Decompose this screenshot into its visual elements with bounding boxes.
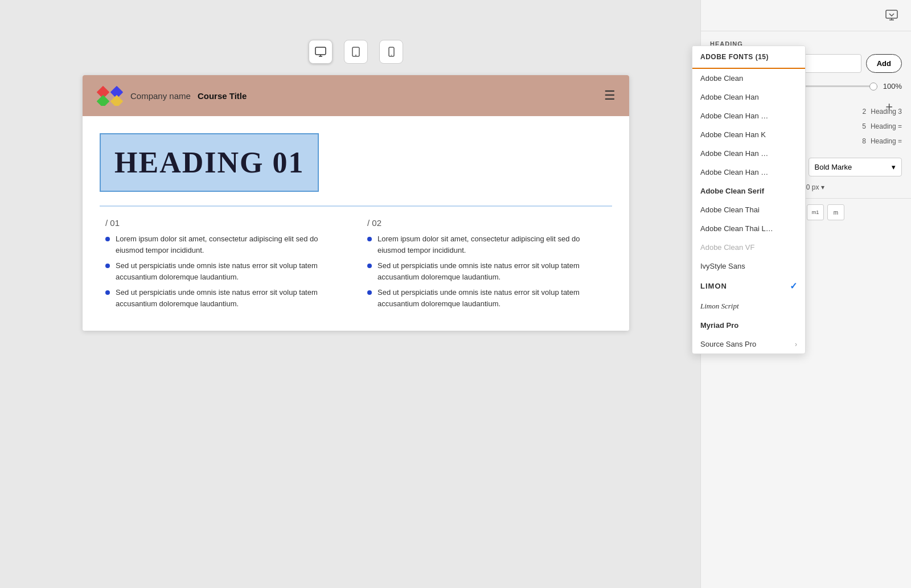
font-style-chevron: ▾: [892, 163, 896, 171]
list-item: Lorem ipsum dolor sit amet, consectetur …: [367, 233, 606, 256]
dropdown-item-myriad-pro[interactable]: Myriad Pro: [692, 316, 805, 335]
dropdown-item-label: Adobe Clean Han …: [700, 149, 768, 158]
heading-number-3: 8: [862, 137, 866, 145]
dropdown-header: ADOBE FONTS (15): [692, 46, 805, 69]
dropdown-item-adobe-clean-han-1[interactable]: Adobe Clean Han: [692, 88, 805, 106]
heading-number-1: 2: [863, 108, 867, 116]
opacity-thumb: [869, 83, 877, 91]
course-preview: Company name Course Title ☰ HEADING 01 /…: [83, 75, 629, 331]
check-icon: ✓: [790, 281, 797, 291]
monitor-icon-button[interactable]: [881, 5, 902, 26]
tablet-view-button[interactable]: [344, 40, 368, 64]
dropdown-item-adobe-clean-vf: Adobe Clean VF: [692, 238, 805, 257]
dropdown-item-label: Adobe Clean Han …: [700, 112, 768, 120]
font-style-value: Bold Marke: [815, 163, 852, 171]
list-item: Lorem ipsum dolor sit amet, consectetur …: [105, 233, 344, 256]
dropdown-item-label: Adobe Clean Thai L…: [700, 224, 773, 233]
dropdown-item-label: Adobe Clean VF: [700, 243, 754, 252]
list-item: Sed ut perspiciatis unde omnis iste natu…: [105, 287, 344, 309]
arrow-right-icon: ›: [795, 340, 797, 348]
content-col-2: / 02 Lorem ipsum dolor sit amet, consect…: [367, 218, 606, 314]
toolbar-btn-6[interactable]: m: [827, 204, 844, 220]
heading-number-2: 5: [862, 122, 866, 130]
dropdown-item-label: Adobe Clean Serif: [700, 187, 764, 195]
col-2-number: / 02: [367, 218, 606, 228]
canvas-area: Company name Course Title ☰ HEADING 01 /…: [17, 34, 695, 554]
heading-tag-3: Heading =: [871, 137, 902, 145]
course-header-left: Company name Course Title: [96, 85, 247, 106]
heading-text: HEADING 01: [114, 146, 304, 179]
dropdown-item-adobe-clean-serif[interactable]: Adobe Clean Serif: [692, 182, 805, 200]
course-content: HEADING 01 / 01 Lorem ipsum dolor sit am…: [83, 116, 629, 331]
dropdown-item-label: Myriad Pro: [700, 321, 738, 330]
font-dropdown: ADOBE FONTS (15) Adobe Clean Adobe Clean…: [692, 46, 806, 354]
panel-top-bar: [701, 0, 911, 31]
content-col-1: / 01 Lorem ipsum dolor sit amet, consect…: [105, 218, 344, 314]
font-style-selector[interactable]: Bold Marke ▾: [809, 158, 902, 176]
svg-rect-0: [315, 47, 326, 55]
dropdown-item-label: Adobe Clean Thai: [700, 205, 760, 214]
dropdown-header-text: ADOBE FONTS (15): [700, 53, 769, 61]
dropdown-item-label: LIMON: [700, 282, 727, 290]
svg-rect-11: [886, 10, 897, 18]
device-toolbar: [309, 40, 403, 64]
dropdown-item-label: Adobe Clean Han: [700, 93, 759, 101]
heading-block[interactable]: HEADING 01: [100, 133, 319, 192]
mobile-view-button[interactable]: [379, 40, 403, 64]
svg-rect-10: [110, 95, 124, 106]
dropdown-item-source-sans-pro[interactable]: Source Sans Pro ›: [692, 335, 805, 353]
add-button[interactable]: Add: [866, 54, 902, 73]
dropdown-item-label: Adobe Clean Han K: [700, 130, 766, 139]
bullet-list-2: Lorem ipsum dolor sit amet, consectetur …: [367, 233, 606, 309]
dropdown-item-label: Source Sans Pro: [700, 340, 756, 348]
course-title: Course Title: [198, 91, 247, 101]
list-item: Sed ut perspiciatis unde omnis iste natu…: [105, 260, 344, 282]
size-mobile-chevron: ▾: [821, 183, 824, 191]
svg-rect-9: [97, 95, 110, 106]
dropdown-item-adobe-clean-han-4[interactable]: Adobe Clean Han …: [692, 163, 805, 182]
dropdown-item-adobe-clean[interactable]: Adobe Clean: [692, 69, 805, 88]
dropdown-item-label: Limon Script: [700, 302, 739, 311]
dropdown-item-label: Adobe Clean Han …: [700, 168, 768, 176]
toolbar-btn-5[interactable]: m1: [807, 204, 824, 220]
dropdown-item-limon[interactable]: LIMON ✓: [692, 276, 805, 297]
dropdown-item-adobe-clean-han-3[interactable]: Adobe Clean Han …: [692, 144, 805, 163]
dropdown-item-adobe-clean-thai-l[interactable]: Adobe Clean Thai L…: [692, 219, 805, 238]
dropdown-item-label: Adobe Clean: [700, 74, 743, 83]
bullet-list-1: Lorem ipsum dolor sit amet, consectetur …: [105, 233, 344, 309]
list-item: Sed ut perspiciatis unde omnis iste natu…: [367, 260, 606, 282]
dropdown-item-adobe-clean-han-2[interactable]: Adobe Clean Han …: [692, 106, 805, 125]
col-1-number: / 01: [105, 218, 344, 228]
svg-point-6: [391, 55, 392, 56]
divider-line: [100, 205, 612, 207]
dropdown-item-adobe-clean-thai[interactable]: Adobe Clean Thai: [692, 200, 805, 219]
plus-button[interactable]: +: [885, 100, 893, 114]
list-item: Sed ut perspiciatis unde omnis iste natu…: [367, 287, 606, 309]
dropdown-item-limon-script[interactable]: Limon Script: [692, 297, 805, 316]
company-logo: [96, 85, 124, 106]
opacity-value: 100%: [883, 82, 902, 91]
heading-tag-2: Heading =: [871, 122, 902, 130]
dropdown-item-adobe-clean-han-k[interactable]: Adobe Clean Han K: [692, 125, 805, 144]
dropdown-item-label: IvyStyle Sans: [700, 262, 745, 270]
content-columns: / 01 Lorem ipsum dolor sit amet, consect…: [100, 218, 612, 314]
company-name: Company name: [130, 91, 191, 101]
dropdown-item-ivystyle-sans[interactable]: IvyStyle Sans: [692, 257, 805, 276]
desktop-view-button[interactable]: [309, 40, 333, 64]
course-header: Company name Course Title ☰: [83, 75, 629, 116]
svg-point-4: [355, 55, 356, 56]
menu-icon[interactable]: ☰: [604, 88, 615, 103]
